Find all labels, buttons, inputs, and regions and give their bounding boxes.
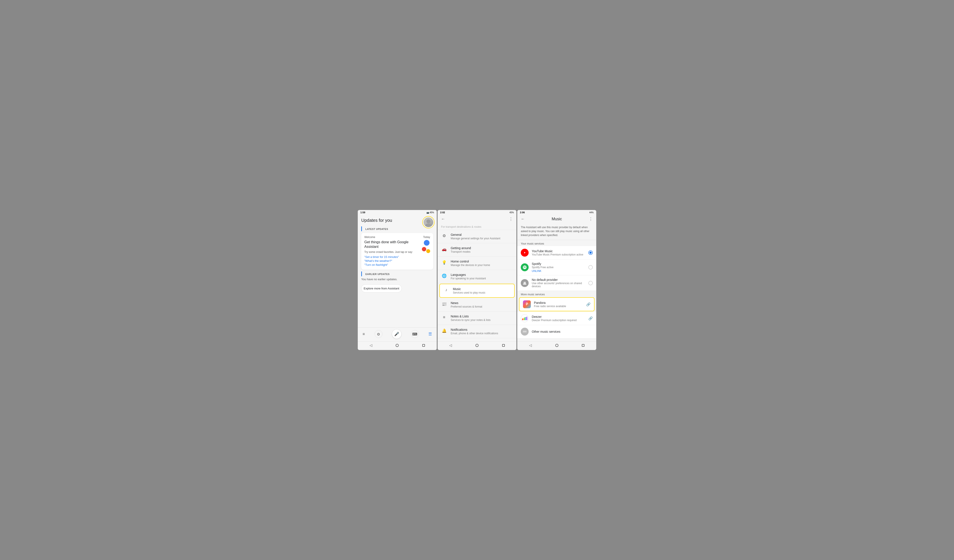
- service-other[interactable]: Other music services: [517, 325, 596, 338]
- youtube-name: YouTube Music: [532, 249, 587, 253]
- camera-scan-button[interactable]: ⊙: [375, 330, 382, 338]
- youtube-radio[interactable]: [588, 250, 593, 255]
- recents-button-2[interactable]: [502, 344, 505, 347]
- svg-point-0: [426, 219, 430, 223]
- back-button-2[interactable]: ◁: [449, 343, 452, 347]
- avatar-outer-circle: [422, 216, 435, 229]
- service-spotify[interactable]: Spotify Spotify Free active UNLINK: [517, 260, 596, 275]
- svg-point-1: [425, 224, 432, 227]
- earlier-updates-label: EARLIER UPDATES: [361, 271, 437, 276]
- avatar: [424, 218, 433, 227]
- menu-nav-icon[interactable]: ☰: [429, 331, 432, 336]
- other-logo: [521, 328, 528, 336]
- notes-title: Notes & Lists: [451, 314, 513, 318]
- languages-subtitle: For speaking to your Assistant: [451, 277, 513, 280]
- time-1: 1:59: [360, 211, 365, 214]
- music-note-icon: ♪: [443, 288, 449, 292]
- svg-rect-6: [522, 318, 523, 319]
- google-dot-red: [422, 247, 426, 251]
- settings-notifications[interactable]: 🔔 Notifications Email, phone & other dev…: [438, 325, 517, 338]
- update-card: Welcome Today Get things done with Googl…: [361, 233, 433, 270]
- svg-rect-13: [527, 317, 527, 320]
- updates-nav-icon[interactable]: ≡: [363, 332, 365, 336]
- notes-subtitle: Services to sync your notes & lists: [451, 319, 513, 322]
- avatar-area[interactable]: [422, 216, 435, 229]
- service-no-default[interactable]: No default provider Use other accounts' …: [517, 275, 596, 291]
- your-services-label: Your music services: [517, 240, 596, 246]
- svg-rect-5: [522, 319, 523, 320]
- back-arrow-2[interactable]: ←: [441, 217, 445, 221]
- car-icon: 🚗: [441, 247, 447, 252]
- back-button-3[interactable]: ◁: [529, 343, 532, 347]
- mic-icon: 🎤: [394, 331, 399, 336]
- spotify-radio[interactable]: [588, 265, 593, 269]
- settings-getting-around[interactable]: 🚗 Getting around Transport modes: [438, 243, 517, 257]
- settings-languages[interactable]: 🌐 Languages For speaking to your Assista…: [438, 270, 517, 283]
- service-deezer[interactable]: Deezer Deezer Premium subscription requi…: [517, 312, 596, 325]
- status-icons-2: 45%: [510, 211, 514, 214]
- recents-button-3[interactable]: [582, 344, 585, 347]
- google-dot-yellow: [426, 249, 430, 253]
- scan-icon: ⊙: [377, 332, 380, 336]
- globe-icon: 🌐: [441, 274, 447, 278]
- explore-button[interactable]: Explore more from Assistant: [361, 285, 402, 292]
- music-subtitle: Services used to play music: [453, 291, 511, 294]
- settings-scroll: ⚙ General Manage general settings for yo…: [438, 230, 517, 341]
- getting-around-title: Getting around: [451, 246, 513, 250]
- noprovider-logo: [521, 279, 528, 287]
- settings-news[interactable]: 📰 News Preferred sources & format: [438, 298, 517, 311]
- no-earlier-text: You have no earlier updates.: [358, 276, 437, 282]
- screen-updates: 1:59 📷 45% Updates for you LATEST UPDAT: [358, 210, 437, 350]
- recents-button-1[interactable]: [422, 344, 425, 347]
- home-button-3[interactable]: [555, 344, 558, 347]
- other-name: Other music services: [532, 330, 593, 333]
- bell-icon: 🔔: [441, 328, 447, 333]
- battery-3: 44%: [589, 211, 594, 214]
- settings-notes[interactable]: ≡ Notes & Lists Services to sync your no…: [438, 311, 517, 325]
- back-button-1[interactable]: ◁: [369, 343, 372, 347]
- news-title: News: [451, 301, 513, 305]
- spotify-name: Spotify: [532, 262, 587, 266]
- svg-rect-14: [527, 317, 527, 317]
- home-button-2[interactable]: [475, 344, 479, 347]
- status-icons-1: 📷 45%: [426, 211, 434, 214]
- home-button-1[interactable]: [396, 344, 399, 347]
- more-dots-3[interactable]: ⋮: [589, 216, 593, 221]
- music-description: The Assistant will use this music provid…: [517, 223, 596, 240]
- noprovider-radio[interactable]: [588, 281, 593, 285]
- bulb-icon: 💡: [441, 260, 447, 265]
- languages-title: Languages: [451, 273, 513, 277]
- status-icons-3: 44%: [589, 211, 594, 214]
- home-control-title: Home control: [451, 260, 513, 263]
- music-page-title: Music: [552, 217, 562, 221]
- spotify-unlink[interactable]: UNLINK: [532, 269, 587, 272]
- suggestion-1[interactable]: "Set a timer for 15 minutes": [364, 255, 421, 258]
- settings-music[interactable]: ♪ Music Services used to play music: [440, 284, 515, 298]
- service-youtube[interactable]: YouTube Music YouTube Music Premium subs…: [517, 246, 596, 260]
- gear-icon: ⚙: [441, 233, 447, 238]
- svg-rect-12: [525, 317, 526, 318]
- deezer-name: Deezer: [532, 315, 587, 319]
- screen1-scroll: LATEST UPDATES Welcome Today Get things …: [358, 226, 437, 327]
- settings-home-control[interactable]: 💡 Home control Manage the devices in you…: [438, 257, 517, 270]
- android-nav-3: ◁: [517, 341, 596, 350]
- svg-point-3: [524, 282, 525, 283]
- music-header: ← Music ⋮: [517, 215, 596, 223]
- settings-general[interactable]: ⚙ General Manage general settings for yo…: [438, 230, 517, 243]
- suggestion-3[interactable]: "Turn on flashlight": [364, 263, 421, 266]
- mic-button[interactable]: 🎤: [392, 330, 401, 339]
- music-scroll: The Assistant will use this music provid…: [517, 223, 596, 341]
- list-icon: ≡: [441, 315, 447, 320]
- keyboard-icon: ⌨: [412, 332, 417, 336]
- service-pandora[interactable]: P Pandora Free radio service available 🔗: [519, 297, 594, 311]
- status-bar-2: 2:02 45%: [438, 210, 517, 215]
- keyboard-button[interactable]: ⌨: [411, 330, 419, 338]
- partial-item: For transport destinations & routes: [438, 223, 517, 230]
- pandora-name: Pandora: [534, 301, 585, 305]
- suggestion-2[interactable]: "What's the weather?": [364, 259, 421, 263]
- battery-1: 45%: [430, 211, 434, 214]
- back-arrow-3[interactable]: ←: [521, 217, 525, 221]
- deezer-link-icon: 🔗: [588, 316, 593, 320]
- notifications-title: Notifications: [451, 328, 513, 331]
- more-dots-2[interactable]: ⋮: [509, 216, 513, 221]
